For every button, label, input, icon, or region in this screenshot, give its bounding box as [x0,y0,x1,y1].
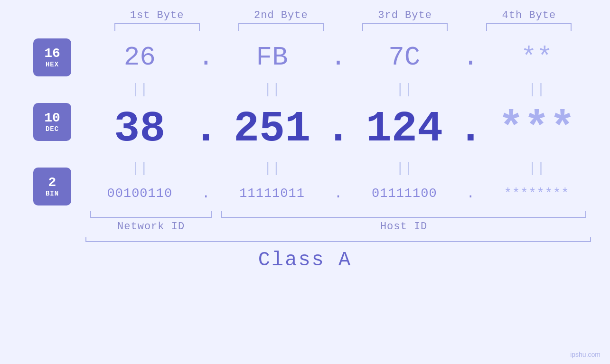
byte-header-1: 1st Byte [95,9,219,21]
hex-b4: ** [482,42,591,73]
host-id-label: Host ID [216,221,591,233]
dec-badge: 10 DEC [33,103,71,141]
class-label-row: Class A [19,249,591,271]
bin-badge: 2 BIN [33,168,71,205]
dec-row: 38 . 251 . 124 . *** [85,98,591,160]
bin-badge-spacer: 2 BIN [33,163,71,210]
byte-header-2: 2nd Byte [219,9,343,21]
left-badges: 16 HEX 10 DEC 2 BIN [19,34,85,210]
main-container: 1st Byte 2nd Byte 3rd Byte 4th Byte 16 H… [0,0,610,364]
eq-row-2: || || || || [85,160,591,177]
dec-dot1: . [194,105,218,153]
byte-header-4: 4th Byte [467,9,591,21]
dec-badge-num: 10 [44,111,60,126]
bin-b1: 00100110 [85,187,194,201]
dec-b2: 251 [218,105,327,153]
network-id-label: Network ID [85,221,216,233]
content-wrapper: 16 HEX 10 DEC 2 BIN [19,34,591,210]
top-bracket-row [19,23,591,31]
byte-header-3: 3rd Byte [343,9,467,21]
eq-row-1: || || || || [85,81,591,98]
dec-b1: 38 [85,105,194,153]
bin-b3: 01111100 [350,187,459,201]
hex-badge-label: HEX [46,61,59,68]
bin-dot3: . [459,186,482,202]
full-bracket-row [19,237,591,242]
hex-dot1: . [194,42,218,73]
dec-badge-spacer: 10 DEC [33,98,71,146]
right-data: 26 . FB . 7C . ** [85,34,591,210]
dec-dot3: . [459,105,482,153]
watermark: ipshu.com [570,351,601,358]
bin-b2: 11111011 [218,187,327,201]
hex-row: 26 . FB . 7C . ** [85,34,591,81]
bin-row: 00100110 . 11111011 . 01111100 . [85,177,591,210]
hex-dot3: . [459,42,482,73]
bin-b4: ******** [482,187,591,201]
bin-badge-num: 2 [48,176,56,190]
bin-badge-label: BIN [46,190,59,197]
id-labels-row: Network ID Host ID [19,221,591,233]
hex-badge-num: 16 [44,47,60,61]
hex-b2: FB [218,42,327,73]
dec-b4: *** [482,105,591,153]
bottom-brackets [19,211,591,218]
hex-b3: 7C [350,42,459,73]
hex-b1: 26 [85,42,194,73]
dec-badge-label: DEC [46,125,59,133]
bin-dot1: . [194,186,218,202]
hex-badge: 16 HEX [33,38,71,76]
bin-dot2: . [327,186,350,202]
class-label: Class A [258,249,352,271]
hex-dot2: . [327,42,350,73]
dec-b3: 124 [350,105,459,153]
byte-headers: 1st Byte 2nd Byte 3rd Byte 4th Byte [19,9,591,21]
hex-badge-spacer: 16 HEX [33,34,71,81]
dec-dot2: . [327,105,350,153]
